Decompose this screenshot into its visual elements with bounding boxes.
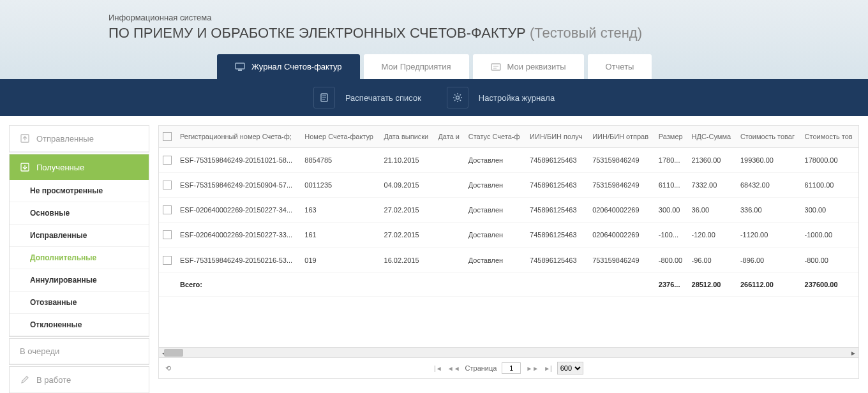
toolbar: Распечатать список Настройка журнала: [0, 79, 868, 116]
download-icon: [20, 162, 30, 172]
scroll-thumb[interactable]: [164, 349, 183, 357]
pager-prev[interactable]: ◄◄: [447, 365, 460, 372]
row-checkbox[interactable]: [163, 256, 172, 265]
svg-rect-2: [491, 64, 500, 70]
col-cost2[interactable]: Стоимость тов: [801, 126, 858, 148]
table-row[interactable]: ESF-753159846249-20150904-57... 0011235 …: [159, 173, 858, 198]
select-all-checkbox[interactable]: [163, 132, 172, 141]
cell-date: 21.10.2015: [380, 148, 435, 173]
cell-date: 27.02.2015: [380, 198, 435, 223]
table-wrapper[interactable]: Регистрационный номер Счета-ф; Номер Сче…: [159, 126, 858, 347]
sidebar-sub-main[interactable]: Основные: [10, 202, 149, 225]
sidebar-item-queue[interactable]: В очереди: [10, 339, 149, 364]
col-iin-s[interactable]: ИИН/БИН отправ: [588, 126, 655, 148]
total-size: 2376...: [655, 272, 688, 296]
cell-iin-s: 753159846249: [588, 173, 655, 198]
main-tabs: Журнал Счетов-фактур Мои Предприятия Мои…: [0, 54, 868, 79]
tab-companies[interactable]: Мои Предприятия: [364, 54, 469, 79]
work-label: В работе: [36, 375, 71, 385]
print-list-button[interactable]: Распечатать список: [313, 87, 421, 108]
cell-reg: ESF-020640002269-20150227-34...: [176, 198, 301, 223]
cell-iin-r: 745896125463: [526, 248, 588, 272]
cell-dt: [434, 223, 464, 248]
sidebar-sub-cancelled[interactable]: Аннулированные: [10, 269, 149, 292]
tab-label: Мои Предприятия: [382, 62, 451, 71]
cell-date: 04.09.2015: [380, 173, 435, 198]
col-size[interactable]: Размер: [655, 126, 688, 148]
page-size-select[interactable]: 600: [557, 362, 583, 374]
cell-status: Доставлен: [465, 173, 526, 198]
sidebar-item-work[interactable]: В работе: [10, 367, 149, 393]
table-row[interactable]: ESF-753159846249-20150216-53... 019 16.0…: [159, 248, 858, 272]
col-status[interactable]: Статус Счета-ф: [465, 126, 526, 148]
scroll-right-arrow[interactable]: ►: [848, 348, 858, 358]
journal-settings-button[interactable]: Настройка журнала: [447, 87, 555, 108]
cell-dt: [434, 148, 464, 173]
pencil-icon: [20, 374, 30, 385]
col-date[interactable]: Дата выписки: [380, 126, 435, 148]
header-checkbox-cell: [159, 126, 176, 148]
table-row[interactable]: ESF-020640002269-20150227-33... 161 27.0…: [159, 223, 858, 248]
sidebar-item-sent[interactable]: Отправленные: [10, 126, 149, 152]
cell-cost1: -896.00: [737, 248, 801, 272]
header-title: ПО ПРИЕМУ И ОБРАБОТКЕ ЭЛЕКТРОННЫХ СЧЕТОВ…: [108, 25, 868, 41]
received-label: Полученные: [36, 163, 84, 172]
cell-iin-r: 745896125463: [526, 223, 588, 248]
horizontal-scrollbar[interactable]: ◄ ►: [159, 347, 858, 357]
pager-first[interactable]: |◄: [434, 365, 442, 372]
title-suffix: (Тестовый стенд): [530, 25, 642, 41]
col-cost1[interactable]: Стоимость товаг: [737, 126, 801, 148]
cell-iin-r: 745896125463: [526, 173, 588, 198]
table-row[interactable]: ESF-020640002269-20150227-34... 163 27.0…: [159, 198, 858, 223]
cell-cost1: 336.00: [737, 198, 801, 223]
sidebar-sub-rejected[interactable]: Отклоненные: [10, 314, 149, 336]
cell-cost1: 199360.00: [737, 148, 801, 173]
col-iin-r[interactable]: ИИН/БИН получ: [526, 126, 588, 148]
content-panel: Регистрационный номер Счета-ф; Номер Сче…: [158, 125, 859, 379]
sidebar-sub-notviewed[interactable]: Не просмотренные: [10, 180, 149, 202]
tab-reports[interactable]: Отчеты: [588, 54, 652, 79]
cell-reg: ESF-753159846249-20150904-57...: [176, 173, 301, 198]
cell-iin-r: 745896125463: [526, 198, 588, 223]
cell-num: 0011235: [301, 173, 380, 198]
sidebar-item-received[interactable]: Полученные: [10, 154, 149, 180]
col-num[interactable]: Номер Счета-фактур: [301, 126, 380, 148]
sidebar-sub-additional[interactable]: Дополнительные: [10, 247, 149, 269]
page-input[interactable]: [502, 362, 521, 374]
pager-next[interactable]: ►►: [526, 365, 539, 372]
cell-num: 161: [301, 223, 380, 248]
cell-cost1: 68432.00: [737, 173, 801, 198]
pager-last[interactable]: ►|: [544, 365, 552, 372]
cell-reg: ESF-020640002269-20150227-33...: [176, 223, 301, 248]
tab-requisites[interactable]: Мои реквизиты: [473, 54, 584, 79]
total-label: Всего:: [176, 272, 301, 296]
cell-iin-s: 753159846249: [588, 148, 655, 173]
cell-status: Доставлен: [465, 223, 526, 248]
cell-nds: 36.00: [688, 198, 737, 223]
sidebar-sub-withdrawn[interactable]: Отозванные: [10, 292, 149, 314]
cell-num: 8854785: [301, 148, 380, 173]
cell-num: 163: [301, 198, 380, 223]
sidebar-sub-corrected[interactable]: Исправленные: [10, 225, 149, 247]
upload-icon: [20, 133, 30, 144]
tab-journal[interactable]: Журнал Счетов-фактур: [217, 54, 360, 79]
cell-dt: [434, 173, 464, 198]
page-label: Страница: [465, 364, 497, 372]
sent-label: Отправленные: [36, 134, 94, 144]
col-dt[interactable]: Дата и: [434, 126, 464, 148]
refresh-icon[interactable]: ⟲: [165, 364, 171, 373]
row-checkbox[interactable]: [163, 181, 172, 189]
cell-size: -800.00: [655, 248, 688, 272]
row-checkbox[interactable]: [163, 205, 172, 214]
row-checkbox[interactable]: [163, 230, 172, 239]
cell-num: 019: [301, 248, 380, 272]
col-nds[interactable]: НДС-Сумма: [688, 126, 737, 148]
card-icon: [491, 63, 501, 71]
cell-status: Доставлен: [465, 148, 526, 173]
cell-cost2: -800.00: [801, 248, 858, 272]
row-checkbox[interactable]: [163, 156, 172, 165]
table-row[interactable]: ESF-753159846249-20151021-58... 8854785 …: [159, 148, 858, 173]
svg-rect-1: [238, 70, 242, 71]
col-reg[interactable]: Регистрационный номер Счета-ф;: [176, 126, 301, 148]
cell-nds: -120.00: [688, 223, 737, 248]
